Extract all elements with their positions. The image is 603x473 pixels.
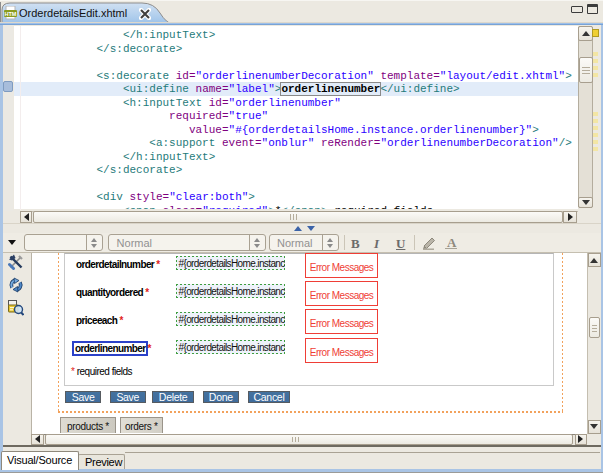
svg-text:HTM: HTM [5, 11, 17, 17]
